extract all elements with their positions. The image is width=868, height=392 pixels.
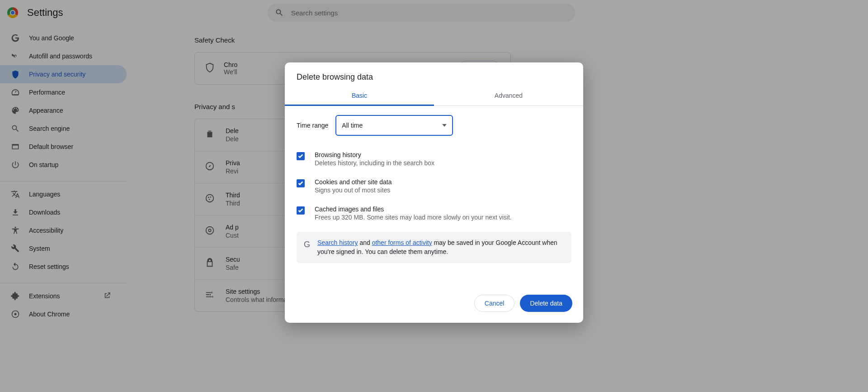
checkbox-cookies[interactable]: [297, 179, 305, 187]
time-range-select[interactable]: All time: [335, 115, 453, 136]
dropdown-arrow-icon: [442, 124, 447, 127]
checkbox-subtitle: Deletes history, including in the search…: [315, 159, 434, 167]
checkbox-row-browsing-history[interactable]: Browsing history Deletes history, includ…: [297, 148, 571, 175]
checkbox-subtitle: Frees up 320 MB. Some sites may load mor…: [315, 214, 512, 221]
checkbox-browsing-history[interactable]: [297, 152, 305, 160]
dialog-tabs: Basic Advanced: [285, 86, 583, 106]
checkbox-title: Cached images and files: [315, 206, 512, 213]
checkbox-cached[interactable]: [297, 206, 305, 215]
other-activity-link[interactable]: other forms of activity: [372, 239, 432, 246]
tab-basic[interactable]: Basic: [285, 86, 434, 106]
google-g-icon: G: [304, 239, 310, 250]
delete-data-button[interactable]: Delete data: [520, 295, 572, 312]
checkbox-row-cookies[interactable]: Cookies and other site data Signs you ou…: [297, 175, 571, 202]
search-history-link[interactable]: Search history: [317, 239, 358, 246]
google-account-info: G Search history and other forms of acti…: [297, 232, 571, 263]
tab-advanced[interactable]: Advanced: [434, 86, 583, 105]
time-range-label: Time range: [297, 122, 328, 129]
cancel-button[interactable]: Cancel: [474, 295, 515, 312]
delete-browsing-data-dialog: Delete browsing data Basic Advanced Time…: [285, 62, 583, 323]
checkbox-title: Cookies and other site data: [315, 178, 392, 186]
checkbox-row-cached[interactable]: Cached images and files Frees up 320 MB.…: [297, 202, 571, 229]
checkbox-title: Browsing history: [315, 151, 434, 158]
dialog-title: Delete browsing data: [285, 62, 583, 86]
checkbox-subtitle: Signs you out of most sites: [315, 186, 392, 194]
time-range-value: All time: [342, 122, 363, 129]
